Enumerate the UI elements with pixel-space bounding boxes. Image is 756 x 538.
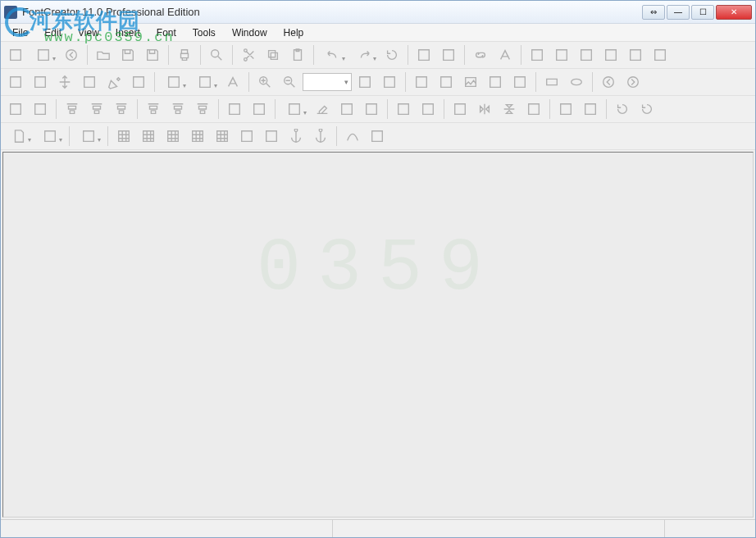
measure-icon[interactable] [78,71,101,93]
align-center-icon[interactable] [85,98,108,121]
prev-icon[interactable] [597,71,620,93]
pan-icon[interactable] [53,71,76,93]
cut-icon[interactable] [237,43,260,66]
save-all-icon[interactable] [141,43,164,66]
brush-icon[interactable] [484,71,507,93]
redo-icon[interactable] [349,43,379,66]
eyedrop-icon[interactable] [508,71,531,93]
transform-icon[interactable] [554,98,577,121]
grid2-icon[interactable] [137,125,160,148]
copy-icon[interactable] [262,43,285,66]
freehand-icon[interactable] [127,71,150,93]
menu-tools[interactable]: Tools [184,25,224,41]
flip-h-icon[interactable] [473,98,496,121]
validate-icon[interactable] [575,43,598,66]
actual-icon[interactable] [378,71,401,93]
page-icon[interactable] [4,125,34,148]
grid3-icon[interactable] [162,125,184,148]
export-icon[interactable] [74,125,103,148]
lock-guides-icon[interactable] [260,125,283,148]
link-icon[interactable] [469,43,492,66]
image-icon[interactable] [459,71,482,93]
clipboard-icon[interactable] [280,98,309,121]
new-font-icon[interactable] [4,43,27,66]
contour-icon[interactable] [159,71,189,93]
guide-g-icon[interactable] [360,98,383,121]
menu-edit[interactable]: Edit [36,25,70,41]
fit-icon[interactable] [353,71,376,93]
add-glyph-icon[interactable] [437,43,460,66]
next-icon[interactable] [622,71,644,93]
subtract-icon[interactable] [29,98,52,121]
snap-icon[interactable] [392,98,415,121]
align-middle-icon[interactable] [166,98,189,121]
slice-icon[interactable] [435,71,458,93]
rotate-ccw-icon[interactable] [635,98,658,121]
new-glyph-icon[interactable] [29,43,58,66]
flip-v-icon[interactable] [498,98,521,121]
flip-left-icon[interactable] [449,98,471,121]
menu-help[interactable]: Help [276,25,312,41]
separator [137,99,138,119]
scale-icon[interactable] [579,98,602,121]
menu-font[interactable]: Font [148,25,184,41]
fill-icon[interactable] [190,71,220,93]
menu-window[interactable]: Window [224,25,276,41]
lock-anchor-icon[interactable] [309,125,332,148]
save-icon[interactable] [116,43,139,66]
add-char-icon[interactable] [412,43,435,66]
print-icon[interactable] [173,43,196,66]
statusbar [1,519,755,537]
rect-shape-icon[interactable] [540,71,563,93]
spellcheck-icon[interactable] [624,43,647,66]
align-bottom-icon[interactable] [191,98,214,121]
align-right-icon[interactable] [110,98,133,121]
minimize-button[interactable]: — [667,5,690,20]
grid1-icon[interactable] [112,125,135,148]
metrics-icon[interactable] [35,125,65,148]
menu-file[interactable]: File [4,25,36,41]
glyph-a-icon[interactable] [221,71,244,93]
distribute-v-icon[interactable] [248,98,271,121]
rotate-cw-icon[interactable] [611,98,634,121]
flip-right-icon[interactable] [522,98,545,121]
anchor-icon[interactable] [285,125,307,148]
pen-icon[interactable] [102,71,125,93]
find-icon[interactable] [205,43,228,66]
zoom-in-icon[interactable] [253,71,276,93]
paste-icon[interactable] [286,43,309,66]
preview-aa-icon[interactable] [60,43,83,66]
knife-icon[interactable] [410,71,433,93]
toggle-button[interactable]: ⇔ [642,5,665,20]
settings-icon[interactable] [550,43,573,66]
ellipse-icon[interactable] [565,71,588,93]
test-icon[interactable] [649,43,672,66]
open-icon[interactable] [92,43,115,66]
guides-icon[interactable] [235,125,258,148]
select-rect-icon[interactable] [4,71,27,93]
kerning-icon[interactable] [366,125,389,148]
lock-grid-icon[interactable] [211,125,234,148]
properties-icon[interactable] [526,43,549,66]
undo-icon[interactable] [318,43,348,66]
align-top-icon[interactable] [142,98,165,121]
lasso-icon[interactable] [29,71,52,93]
zoom-combo[interactable] [303,73,352,91]
smooth-icon[interactable] [335,98,358,121]
text-tool-icon[interactable] [494,43,517,66]
grid4-icon[interactable] [186,125,209,148]
maximize-button[interactable]: ☐ [691,5,714,20]
compare-icon[interactable] [599,43,622,66]
close-button[interactable]: ✕ [716,5,752,20]
erase-icon[interactable] [311,98,334,121]
curve-icon[interactable] [341,125,364,148]
trim-icon[interactable] [417,98,439,121]
refresh-icon[interactable] [380,43,403,66]
separator [592,72,593,92]
align-left-icon[interactable] [61,98,84,121]
menu-view[interactable]: View [70,25,107,41]
menu-insert[interactable]: Insert [107,25,148,41]
union-icon[interactable] [4,98,27,121]
distribute-h-icon[interactable] [223,98,246,121]
zoom-out-icon[interactable] [278,71,301,93]
